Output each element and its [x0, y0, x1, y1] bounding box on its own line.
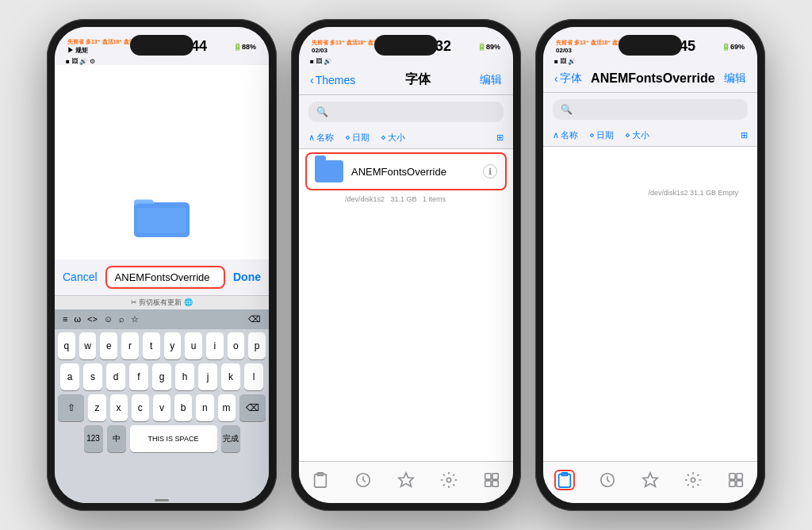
- key-space[interactable]: THIS IS SPACE: [130, 425, 217, 452]
- search-bar-3: 🔍: [543, 93, 757, 126]
- tab-clipboard-3[interactable]: [554, 470, 575, 490]
- key-y[interactable]: y: [164, 332, 182, 359]
- key-n[interactable]: n: [196, 394, 213, 421]
- key-f[interactable]: f: [129, 363, 148, 390]
- svg-rect-22: [737, 481, 742, 486]
- key-row-4: 123 中 THIS IS SPACE 完成: [58, 425, 266, 452]
- tab-files-3[interactable]: [726, 470, 746, 490]
- toolbar-icon-code[interactable]: <>: [87, 314, 98, 324]
- toolbar-icon-emoji[interactable]: ☺: [104, 314, 113, 324]
- key-u[interactable]: u: [185, 332, 202, 359]
- key-c[interactable]: c: [132, 394, 149, 421]
- search-input-2[interactable]: 🔍: [308, 102, 504, 122]
- sort-date-3[interactable]: ⋄ 日期: [589, 129, 614, 141]
- sort-date-2[interactable]: ⋄ 日期: [345, 132, 370, 144]
- status-extra-2: ■ 🖼 🔊: [310, 58, 331, 65]
- key-r[interactable]: r: [121, 332, 139, 359]
- status-icons-2: 🔋89%: [477, 43, 500, 51]
- status-extra-3: ■ 🖼 🔊: [554, 58, 576, 65]
- key-b[interactable]: b: [174, 394, 192, 421]
- svg-rect-20: [737, 474, 742, 479]
- info-icon-2[interactable]: ℹ: [483, 164, 497, 179]
- rename-input[interactable]: ANEMFontsOverride: [105, 266, 225, 289]
- key-q[interactable]: q: [58, 332, 75, 359]
- toolbar-icon-delete[interactable]: ⌫: [248, 314, 261, 325]
- key-h[interactable]: h: [175, 363, 194, 390]
- back-label-3[interactable]: 字体: [560, 71, 582, 86]
- key-done[interactable]: 完成: [221, 425, 240, 452]
- key-123[interactable]: 123: [84, 425, 103, 452]
- phone-3-screen: 先前省 多13⁺ 盘活18⁺ 盘活12⁺ 02/03 03:45 🔋69% ■ …: [543, 27, 757, 503]
- key-m[interactable]: m: [218, 394, 236, 421]
- nav-title-2: 字体: [355, 71, 480, 88]
- key-backspace[interactable]: ⌫: [239, 394, 266, 421]
- key-k[interactable]: k: [221, 363, 240, 390]
- key-x[interactable]: x: [110, 394, 128, 421]
- tab-files-2[interactable]: [481, 470, 502, 490]
- phone-2-screen: 先前省 多13⁺ 盘活18⁺ 盘活12⁺ 02/03 03:32 🔋89% ■ …: [299, 27, 513, 503]
- sort-chevron-size-3: ⋄: [625, 130, 630, 140]
- key-o[interactable]: o: [228, 332, 245, 359]
- nav-action-3[interactable]: 编辑: [724, 71, 746, 86]
- svg-rect-10: [485, 474, 491, 479]
- nav-action-2[interactable]: 编辑: [480, 73, 502, 87]
- done-button[interactable]: Done: [233, 271, 261, 283]
- key-z[interactable]: z: [88, 394, 105, 421]
- status-extra-1: ■ 🖼 🔊 ⚙: [66, 58, 95, 65]
- nav-bar-3: ‹ 字体 ANEMFontsOverride 编辑: [543, 65, 757, 93]
- phone-3: 先前省 多13⁺ 盘活18⁺ 盘活12⁺ 02/03 03:45 🔋69% ■ …: [535, 19, 765, 511]
- key-g[interactable]: g: [152, 363, 171, 390]
- key-p[interactable]: p: [248, 332, 266, 359]
- key-v[interactable]: v: [153, 394, 170, 421]
- sort-chevron-name-2: ∧: [308, 132, 315, 143]
- tab-settings-3[interactable]: [683, 470, 703, 490]
- tab-settings-2[interactable]: [439, 470, 459, 490]
- svg-point-9: [446, 478, 451, 482]
- tab-clock-3[interactable]: [597, 470, 618, 490]
- dynamic-island-2: [374, 35, 438, 56]
- toolbar-icon-star[interactable]: ☆: [131, 314, 139, 325]
- nav-title-3: ANEMFontsOverride: [582, 71, 724, 86]
- toolbar-icon-list[interactable]: ≡: [63, 314, 67, 324]
- key-e[interactable]: e: [100, 332, 117, 359]
- tab-clipboard-2[interactable]: [310, 470, 331, 490]
- tab-clock-2[interactable]: [353, 470, 373, 490]
- file-row-anem-2[interactable]: ANEMFontsOverride ℹ: [305, 152, 507, 190]
- key-j[interactable]: j: [198, 363, 217, 390]
- battery-icon-2: 🔋89%: [477, 43, 500, 51]
- key-shift[interactable]: ⇧: [58, 394, 84, 421]
- svg-rect-21: [730, 481, 735, 486]
- toolbar-icon-search[interactable]: ⌕: [119, 314, 124, 324]
- svg-marker-17: [643, 473, 657, 486]
- cancel-button[interactable]: Cancel: [63, 271, 98, 283]
- svg-rect-13: [492, 481, 498, 486]
- key-s[interactable]: s: [83, 363, 102, 390]
- toolbar-icon-omega[interactable]: ω: [74, 314, 81, 324]
- sort-size-2[interactable]: ⋄ 大小: [381, 132, 405, 144]
- back-button-2[interactable]: ‹ Themes: [310, 74, 355, 86]
- empty-path: /dev/disk1s2 31.1 GB Empty: [543, 186, 748, 200]
- sort-name-3[interactable]: ∧ 名称: [553, 129, 578, 141]
- sort-grid-icon-2[interactable]: ⊞: [496, 132, 504, 143]
- key-chinese[interactable]: 中: [107, 425, 126, 452]
- clipboard-notice: ✂ 剪切板有更新 🌐: [55, 296, 269, 309]
- search-input-3[interactable]: 🔍: [553, 99, 748, 120]
- key-a[interactable]: a: [60, 363, 79, 390]
- key-w[interactable]: w: [79, 332, 97, 359]
- tab-star-3[interactable]: [640, 470, 661, 490]
- key-d[interactable]: d: [106, 363, 125, 390]
- key-t[interactable]: t: [143, 332, 160, 359]
- sort-chevron-date-3: ⋄: [589, 130, 595, 140]
- sort-size-3[interactable]: ⋄ 大小: [625, 129, 649, 141]
- key-l[interactable]: l: [244, 363, 263, 390]
- key-i[interactable]: i: [206, 332, 224, 359]
- sort-grid-icon-3[interactable]: ⊞: [741, 130, 748, 140]
- back-label-2[interactable]: Themes: [316, 74, 356, 86]
- phone1-main: [55, 65, 269, 259]
- tab-star-2[interactable]: [396, 470, 416, 490]
- tab-bar-2: [299, 461, 513, 503]
- back-button-3[interactable]: ‹ 字体: [554, 71, 582, 86]
- sort-name-2[interactable]: ∧ 名称: [308, 132, 334, 144]
- dynamic-island-3: [619, 35, 682, 56]
- keyboard[interactable]: ≡ ω <> ☺ ⌕ ☆ ⌫ q w e r t y: [55, 309, 269, 504]
